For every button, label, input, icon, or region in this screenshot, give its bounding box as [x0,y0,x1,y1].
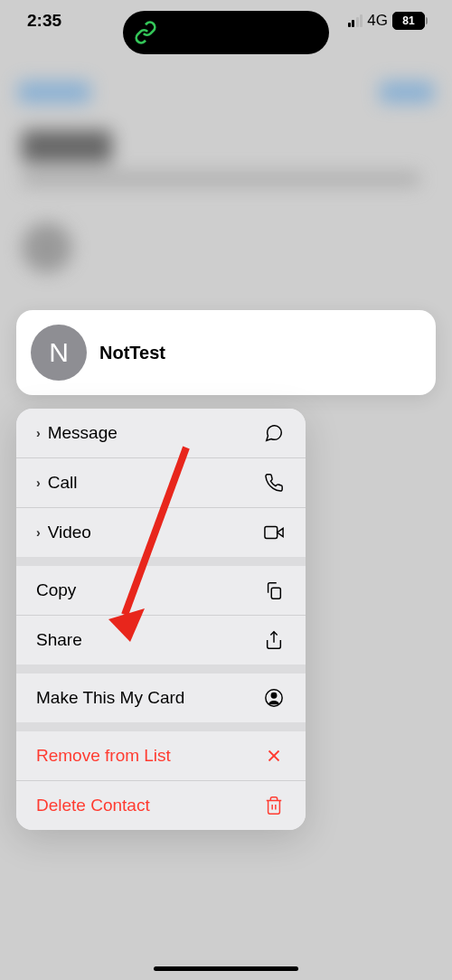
message-icon [262,421,286,445]
status-time: 2:35 [27,11,61,31]
trash-icon [262,794,286,817]
status-bar: 2:35 4G 81 [0,0,452,38]
menu-item-video[interactable]: › Video [16,507,306,557]
menu-item-call[interactable]: › Call [16,457,306,507]
menu-item-copy[interactable]: Copy [16,566,306,615]
dynamic-island[interactable] [123,11,329,54]
link-icon [134,21,157,44]
close-icon [262,744,286,768]
menu-item-delete-contact[interactable]: Delete Contact [16,780,306,830]
chevron-right-icon: › [36,476,41,490]
menu-item-message[interactable]: › Message [16,409,306,457]
person-circle-icon [262,686,286,710]
contact-card[interactable]: N NotTest [16,310,436,395]
battery-icon: 81 [392,12,425,30]
phone-icon [262,471,286,495]
avatar-initial: N [49,337,69,368]
menu-separator [16,664,306,674]
avatar: N [31,325,87,381]
signal-icon [348,14,363,27]
svg-rect-0 [265,527,278,539]
svg-point-4 [271,693,277,699]
contact-name: NotTest [99,343,165,363]
chevron-right-icon: › [36,525,41,540]
menu-separator [16,722,306,731]
menu-item-share[interactable]: Share [16,615,306,664]
share-icon [262,628,286,652]
video-icon [262,521,286,544]
menu-item-remove-from-list[interactable]: Remove from List [16,731,306,780]
svg-rect-1 [271,588,280,598]
chevron-right-icon: › [36,426,41,440]
copy-icon [262,579,286,602]
home-indicator[interactable] [154,966,298,972]
menu-separator [16,557,306,566]
menu-item-make-my-card[interactable]: Make This My Card [16,674,306,722]
context-menu: › Message › Call › Video [16,409,306,830]
network-label: 4G [367,12,388,30]
